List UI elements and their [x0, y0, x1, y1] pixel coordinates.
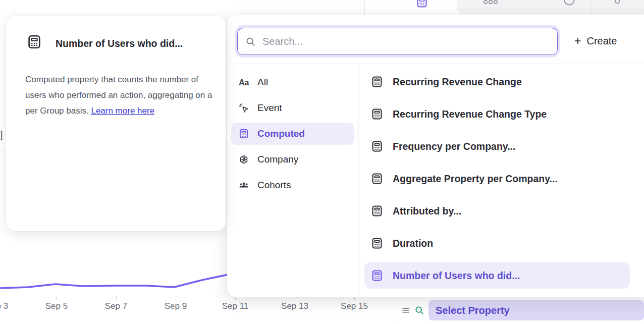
axis-tick — [57, 296, 57, 300]
calculator-icon — [238, 128, 249, 139]
calculator-icon — [370, 269, 384, 282]
result-item[interactable]: Duration — [364, 230, 630, 256]
arc-icon[interactable] — [563, 0, 575, 6]
text-aa-icon: Aa — [238, 77, 249, 88]
result-label: Attributed by... — [393, 205, 461, 217]
results-list: Recurring Revenue Change Recurring Reven… — [364, 69, 630, 295]
category-company[interactable]: Company — [231, 148, 354, 171]
axis-tick-label: Sep 5 — [34, 301, 79, 311]
select-property-bar: Select Property — [398, 297, 644, 324]
select-property-pill[interactable]: Select Property — [428, 300, 644, 320]
category-label: Cohorts — [257, 180, 291, 191]
property-type-tabs — [389, 0, 644, 14]
search-box[interactable] — [237, 28, 558, 55]
drag-handle-icon[interactable] — [401, 306, 410, 315]
search-icon — [245, 36, 256, 47]
category-label: Company — [257, 154, 298, 165]
axis-tick-label: Sep 11 — [212, 301, 258, 311]
calculator-icon — [370, 172, 384, 185]
result-label: Aggregate Property per Company... — [393, 173, 558, 185]
create-button-label: Create — [586, 35, 617, 47]
learn-more-link[interactable]: Learn more here — [91, 106, 154, 116]
result-item[interactable]: Aggregate Property per Company... — [364, 166, 630, 192]
card-edge-divider — [364, 0, 365, 15]
result-label: Recurring Revenue Change Type — [393, 109, 547, 120]
result-item[interactable]: Frequency per Company... — [364, 133, 630, 159]
axis-tick — [176, 296, 176, 300]
category-event[interactable]: Event — [231, 97, 354, 119]
category-label: Event — [257, 102, 282, 114]
cursor-click-icon — [238, 102, 249, 114]
tab-divider — [592, 0, 592, 14]
result-label: Number of Users who did... — [393, 270, 520, 282]
search-icon — [414, 305, 425, 316]
calculator-icon — [26, 34, 42, 50]
category-list: Aa All Event Computed Company Cohorts — [231, 71, 354, 200]
create-button[interactable]: + Create — [574, 35, 617, 47]
category-label: Computed — [257, 128, 305, 139]
category-all[interactable]: Aa All — [231, 71, 354, 93]
calculator-icon — [370, 140, 384, 153]
occluded-text-fragment: ] — [0, 129, 3, 141]
sidebar-divider — [358, 64, 359, 297]
background-divider — [0, 151, 6, 151]
tab-computed-active[interactable] — [389, 0, 457, 14]
three-dots-icon[interactable] — [483, 0, 498, 5]
property-tooltip-card: Number of Users who did... Computed prop… — [6, 16, 226, 231]
tab-group-inactive — [457, 0, 644, 14]
cohorts-people-icon — [238, 180, 249, 191]
category-cohorts[interactable]: Cohorts — [231, 174, 354, 196]
result-label: Recurring Revenue Change — [393, 76, 522, 88]
search-input[interactable] — [262, 36, 550, 47]
header-divider — [227, 64, 644, 64]
calculator-icon — [370, 204, 384, 218]
circle-icon[interactable] — [614, 0, 620, 5]
result-label: Frequency per Company... — [393, 141, 515, 152]
background-divider — [0, 199, 6, 199]
calculator-icon — [415, 0, 428, 9]
calculator-icon — [370, 237, 384, 250]
result-label: Duration — [393, 238, 433, 249]
result-item-selected[interactable]: Number of Users who did... — [364, 262, 630, 289]
axis-tick-label: Sep 9 — [153, 301, 198, 311]
axis-tick-label: Sep 13 — [272, 301, 317, 311]
tooltip-title: Number of Users who did... — [56, 38, 183, 49]
axis-tick — [116, 296, 117, 300]
axis-tick-label: Sep 3 — [0, 301, 20, 311]
category-computed[interactable]: Computed — [231, 123, 354, 145]
metric-line — [0, 275, 228, 288]
result-item[interactable]: Recurring Revenue Change Type — [364, 101, 630, 127]
calculator-icon — [370, 107, 384, 121]
category-label: All — [257, 77, 268, 88]
company-cluster-icon — [238, 154, 249, 165]
axis-tick-label: Sep 15 — [332, 301, 377, 311]
plus-icon: + — [574, 35, 581, 47]
result-item[interactable]: Attributed by... — [364, 198, 630, 224]
calculator-icon — [370, 75, 384, 88]
tab-divider — [525, 0, 525, 14]
axis-tick-label: Sep 7 — [93, 301, 139, 311]
tooltip-description: Computed property that counts the number… — [25, 72, 213, 119]
property-picker-panel: + Create Aa All Event Computed Company C… — [227, 15, 644, 297]
result-item[interactable]: Recurring Revenue Change — [364, 69, 630, 95]
